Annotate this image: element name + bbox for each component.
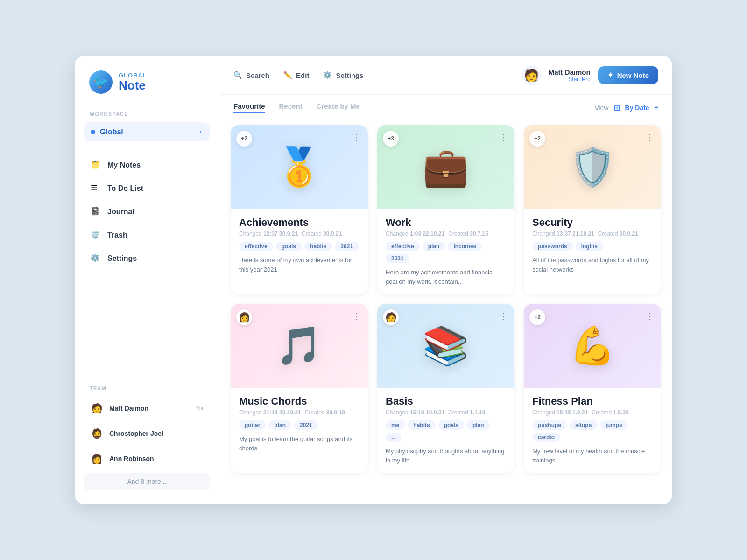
card-basis[interactable]: 🧑 📚 ⋮ Basis Changed 15:19 10.9.21 Create… [377,304,514,473]
tag: 2021 [386,254,409,263]
tag: goals [438,420,464,430]
workspace-card[interactable]: Global → [84,122,210,141]
team-member-christopher[interactable]: 🧔 Chrostopher Joel [84,422,210,445]
tab-recent[interactable]: Recent [279,102,303,113]
settings-label: Settings [336,71,363,79]
card-meta: Changed 1:03 22.10.21 Created 30.7.15 [386,231,506,237]
card-menu-icon[interactable]: ⋮ [645,132,655,143]
sidebar-item-my-notes[interactable]: 🗂️ My Notes [84,154,210,176]
card-achievements[interactable]: +2 🥇 ⋮ Achievements Changed 12:37 30.9.2… [231,125,368,294]
card-count: +2 [529,309,545,325]
avatar: 👩 [89,451,105,467]
card-menu-icon[interactable]: ⋮ [499,310,508,322]
sidebar-item-journal[interactable]: 📓 Journal [84,201,210,223]
sidebar-item-todo[interactable]: ☰ To Do List [84,178,210,199]
tag: ... [386,433,402,442]
team-section: TEAM 🧑 Matt Daimon You 🧔 Chrostopher Joe… [84,385,210,490]
plus-icon: ✦ [607,71,613,79]
by-date-label[interactable]: By Date [625,104,649,112]
card-tags: guitar plan 2021 [239,420,359,430]
card-meta: Changed 21:14 20.10.21 Created 30.9.19 [239,409,359,416]
settings-topbar-icon: ⚙️ [323,71,332,79]
user-sub: Start Pro [549,76,591,83]
main-panel: 🔍 Search ✏️ Edit ⚙️ Settings 🧑 Matt Daim… [219,56,672,504]
sidebar-item-label: Trash [107,231,127,239]
new-note-label: New Note [617,71,649,79]
new-note-button[interactable]: ✦ New Note [598,66,658,84]
security-icon: 🛡️ [569,148,616,186]
card-title: Music Chords [239,395,359,407]
tag: plan [268,420,291,430]
trash-icon: 🗑️ [91,230,101,240]
tabs-left: Favourite Recent Create by Me [233,102,360,113]
topbar-left: 🔍 Search ✏️ Edit ⚙️ Settings [233,71,507,79]
team-member-matt[interactable]: 🧑 Matt Daimon You [84,397,210,420]
card-menu-icon[interactable]: ⋮ [352,310,361,322]
card-menu-icon[interactable]: ⋮ [499,132,508,143]
card-count: +2 [529,131,545,147]
nav-list: 🗂️ My Notes ☰ To Do List 📓 Journal 🗑️ Tr… [84,154,210,271]
card-fitness-plan[interactable]: +2 💪 ⋮ Fitness Plan Changed 15:18 1.9.21… [524,304,661,473]
card-avatar: 👩 [236,309,252,325]
sidebar-item-label: My Notes [107,161,141,169]
edit-action[interactable]: ✏️ Edit [283,71,309,79]
tag: situps [570,420,597,430]
card-meta: Changed 13:37 21.10.21 Created 30.9.21 [532,231,653,237]
card-menu-icon[interactable]: ⋮ [352,132,361,143]
app-container: 🐦 GLOBAL Note WORKSPACE Global → 🗂️ My N… [75,56,672,504]
music-icon: 🎵 [276,327,323,364]
sidebar-item-trash[interactable]: 🗑️ Trash [84,224,210,246]
workspace-dot [91,130,95,134]
settings-icon: ⚙️ [91,253,101,264]
cards-area: +2 🥇 ⋮ Achievements Changed 12:37 30.9.2… [219,118,672,504]
team-member-name: Chrostopher Joel [109,430,205,437]
card-work[interactable]: +3 💼 ⋮ Work Changed 1:03 22.10.21 Create… [377,125,514,294]
settings-action[interactable]: ⚙️ Settings [323,71,363,79]
and-more-button[interactable]: And 8 more... [84,473,210,490]
user-info[interactable]: Matt Daimon Start Pro [549,68,591,83]
card-image: 🧑 📚 ⋮ [377,304,514,388]
workspace-arrow-icon: → [195,127,203,137]
tag: 2021 [335,242,359,251]
sidebar-item-settings[interactable]: ⚙️ Settings [84,248,210,269]
tag: guitar [239,420,266,430]
topbar: 🔍 Search ✏️ Edit ⚙️ Settings 🧑 Matt Daim… [219,56,672,95]
card-desc: My goal is to learn the guitar songs and… [239,434,359,453]
tab-create-by-me[interactable]: Create by Me [317,102,360,113]
card-title: Achievements [239,217,359,229]
avatar: 🧔 [89,426,105,441]
team-member-name: Ann Robinson [109,455,205,462]
basis-icon: 📚 [423,327,469,364]
card-tags: effective goals habits 2021 [239,242,359,251]
card-desc: All of the passwords and logins for all … [532,256,653,274]
journal-icon: 📓 [91,207,101,217]
sort-icon[interactable]: ≡ [654,104,658,112]
card-security[interactable]: +2 🛡️ ⋮ Security Changed 13:37 21.10.21 … [524,125,661,294]
tag: logins [576,242,603,251]
tag: passwords [532,242,573,251]
tag: jumps [600,420,627,430]
work-icon: 💼 [423,148,469,186]
card-desc: Here are my achievements and financial g… [386,268,506,286]
grid-view-icon[interactable]: ⊞ [613,103,620,113]
search-icon: 🔍 [233,71,242,79]
card-meta: Changed 12:37 30.9.21 Created 30.9.21 [239,231,359,237]
cards-grid: +2 🥇 ⋮ Achievements Changed 12:37 30.9.2… [231,125,661,473]
card-music-chords[interactable]: 👩 🎵 ⋮ Music Chords Changed 21:14 20.10.2… [231,304,368,473]
user-name: Matt Daimon [549,68,591,76]
search-action[interactable]: 🔍 Search [233,71,269,79]
team-member-ann[interactable]: 👩 Ann Robinson [84,447,210,470]
content-tabs: Favourite Recent Create by Me View ⊞ By … [219,95,672,118]
card-menu-icon[interactable]: ⋮ [645,310,655,322]
tag: habits [304,242,332,251]
edit-icon: ✏️ [283,71,292,79]
tag: 2021 [294,420,318,430]
svg-text:🐦: 🐦 [93,75,109,90]
card-image: +2 🛡️ ⋮ [524,125,661,209]
achievement-icon: 🥇 [276,148,323,186]
card-count: +3 [383,131,399,147]
tab-favourite[interactable]: Favourite [233,102,265,113]
card-title: Basis [386,395,506,407]
card-meta: Changed 15:19 10.9.21 Created 1.1.19 [386,409,506,416]
sidebar: 🐦 GLOBAL Note WORKSPACE Global → 🗂️ My N… [75,56,219,504]
